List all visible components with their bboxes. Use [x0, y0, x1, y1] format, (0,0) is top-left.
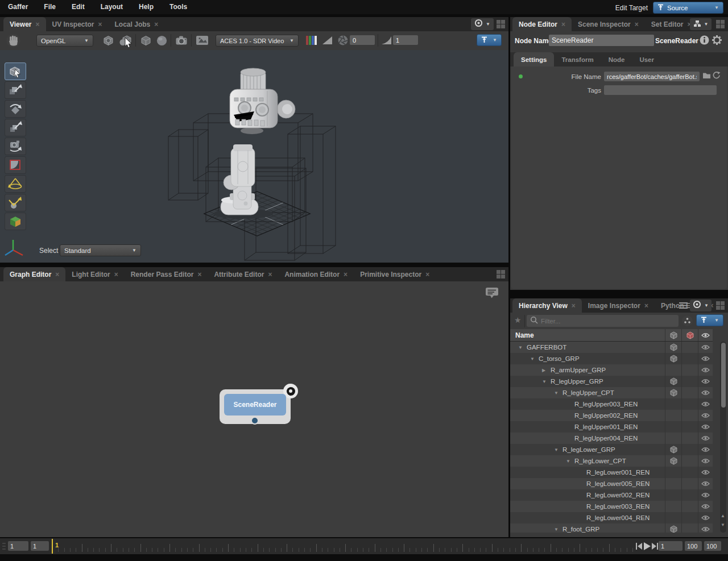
close-tab-icon[interactable]: × [55, 271, 59, 279]
subtab-transform[interactable]: Transform [554, 52, 601, 67]
channels-icon[interactable] [305, 35, 317, 46]
playback-end-input[interactable] [704, 541, 721, 551]
drawing-mode-icon[interactable] [139, 34, 152, 47]
expander-closed-icon[interactable]: ▶ [542, 368, 548, 373]
row-visibility-cell[interactable] [698, 444, 713, 455]
layout-menu-icon[interactable] [496, 269, 506, 279]
close-tab-icon[interactable]: × [197, 271, 201, 279]
shading-mode-icon[interactable] [155, 34, 168, 47]
play-icon[interactable] [644, 542, 651, 550]
hierarchy-row[interactable]: R_legUpper002_REN [510, 410, 713, 421]
gear-icon[interactable] [712, 35, 722, 45]
viewer-history-dropdown[interactable]: ▼ [471, 18, 494, 30]
subtab-node[interactable]: Node [601, 52, 632, 67]
expansion-icon[interactable] [102, 34, 115, 47]
viewport-3d[interactable]: Select Standard▼ [0, 50, 508, 263]
folder-icon[interactable] [702, 72, 711, 79]
layout-menu-icon[interactable] [715, 19, 725, 29]
row-visibility-cell[interactable] [698, 478, 713, 489]
exposure-icon[interactable] [321, 35, 333, 45]
hierarchy-row[interactable]: ▼R_legUpper_CPT [510, 387, 713, 398]
row-visibility-cell[interactable] [698, 455, 713, 467]
node-name-input[interactable] [549, 35, 654, 46]
hierarchy-row[interactable]: ▶R_armUpper_GRP [510, 364, 713, 376]
camera-tool[interactable] [5, 138, 26, 155]
hierarchy-row[interactable]: R_legLower005_REN [510, 478, 713, 489]
expander-open-icon[interactable]: ▼ [530, 356, 536, 361]
row-visibility-cell[interactable] [698, 501, 713, 512]
tab-viewer[interactable]: Viewer× [3, 17, 46, 31]
scrollbar-thumb[interactable] [721, 343, 726, 408]
row-visibility-cell[interactable] [698, 353, 713, 364]
scroll-up-icon[interactable]: ▲ [721, 513, 725, 518]
bookmark-star-icon[interactable]: ★ [514, 315, 522, 325]
hierarchy-row[interactable]: R_legLower004_REN [510, 512, 713, 523]
tab-primitive-inspector[interactable]: Primitive Inspector× [354, 267, 436, 281]
tab-uv-inspector[interactable]: UV Inspector× [46, 17, 109, 31]
skip-start-icon[interactable] [636, 543, 642, 550]
filter-searchbox[interactable] [527, 315, 679, 327]
subtab-settings[interactable]: Settings [514, 52, 554, 67]
close-tab-icon[interactable]: × [98, 20, 102, 28]
close-tab-icon[interactable]: × [154, 20, 158, 28]
close-tab-icon[interactable]: × [114, 271, 118, 279]
row-visibility-cell[interactable] [698, 523, 713, 533]
menu-layout[interactable]: Layout [93, 0, 131, 14]
expander-open-icon[interactable]: ▼ [566, 459, 572, 464]
hierarchy-row[interactable]: R_legLower003_REN [510, 501, 713, 512]
hierarchy-row[interactable]: ▼R_foot_GRP [510, 523, 713, 533]
graph-canvas[interactable]: SceneReader [0, 281, 508, 537]
light-position-tool[interactable] [5, 194, 26, 211]
row-visibility-cell[interactable] [698, 387, 713, 398]
close-tab-icon[interactable]: × [644, 302, 648, 310]
hierarchy-row[interactable]: R_legUpper004_REN [510, 433, 713, 444]
filter-options-icon[interactable] [681, 315, 693, 327]
renderer-dropdown[interactable]: OpenGL▼ [36, 35, 93, 47]
camera-settings-icon[interactable] [175, 34, 189, 47]
row-visibility-cell[interactable] [698, 433, 713, 444]
tab-local-jobs[interactable]: Local Jobs× [109, 17, 165, 31]
rotate-tool[interactable] [5, 100, 26, 118]
hierarchy-row[interactable]: R_legLower002_REN [510, 489, 713, 501]
aperture-icon[interactable] [337, 35, 349, 46]
hierarchy-scrollbar[interactable]: ▲ ▼ [720, 342, 726, 533]
reload-icon[interactable] [712, 71, 721, 80]
hierarchy-row[interactable]: R_legUpper001_REN [510, 421, 713, 433]
hierarchy-history-dropdown[interactable]: ▼ [690, 300, 712, 311]
playhead[interactable] [52, 539, 53, 554]
expander-open-icon[interactable]: ▼ [554, 447, 560, 452]
tags-input[interactable] [604, 85, 717, 95]
expander-open-icon[interactable]: ▼ [554, 527, 560, 532]
node-tree-dropdown[interactable]: ▼ [690, 18, 712, 30]
pan-hand-icon[interactable] [6, 33, 21, 48]
close-tab-icon[interactable]: × [344, 271, 348, 279]
row-visibility-cell[interactable] [698, 489, 713, 501]
visibility-column-icon[interactable] [698, 329, 713, 341]
light-tool[interactable] [5, 175, 26, 193]
menu-edit[interactable]: Edit [64, 0, 93, 14]
tab-light-editor[interactable]: Light Editor× [65, 267, 124, 281]
gamma-input[interactable] [393, 35, 418, 45]
menu-gaffer[interactable]: Gaffer [0, 0, 36, 14]
close-tab-icon[interactable]: × [635, 20, 639, 28]
node-output-plug[interactable] [251, 417, 259, 425]
expansion-column-icon[interactable] [665, 329, 681, 341]
menu-help[interactable]: Help [131, 0, 162, 14]
layout-menu-icon[interactable] [496, 19, 506, 29]
row-visibility-cell[interactable] [698, 376, 713, 387]
tab-image-inspector[interactable]: Image Inspector× [582, 298, 655, 313]
annotation-bubble-icon[interactable] [485, 286, 499, 300]
layout-menu-icon[interactable] [715, 301, 725, 310]
subtab-user[interactable]: User [632, 52, 661, 67]
filter-input[interactable] [541, 318, 675, 325]
close-tab-icon[interactable]: × [561, 20, 565, 28]
hierarchy-row[interactable]: ▼GAFFERBOT [510, 342, 713, 353]
row-visibility-cell[interactable] [698, 398, 713, 410]
skip-end-icon[interactable] [652, 543, 658, 550]
edit-target-dropdown[interactable]: Source ▼ [653, 2, 723, 14]
row-visibility-cell[interactable] [698, 512, 713, 523]
close-tab-icon[interactable]: × [268, 271, 272, 279]
hierarchy-row[interactable]: ▼R_legUpper_GRP [510, 376, 713, 387]
current-frame-start-input[interactable] [31, 541, 49, 551]
hierarchy-row[interactable]: R_legLower001_REN [510, 467, 713, 478]
